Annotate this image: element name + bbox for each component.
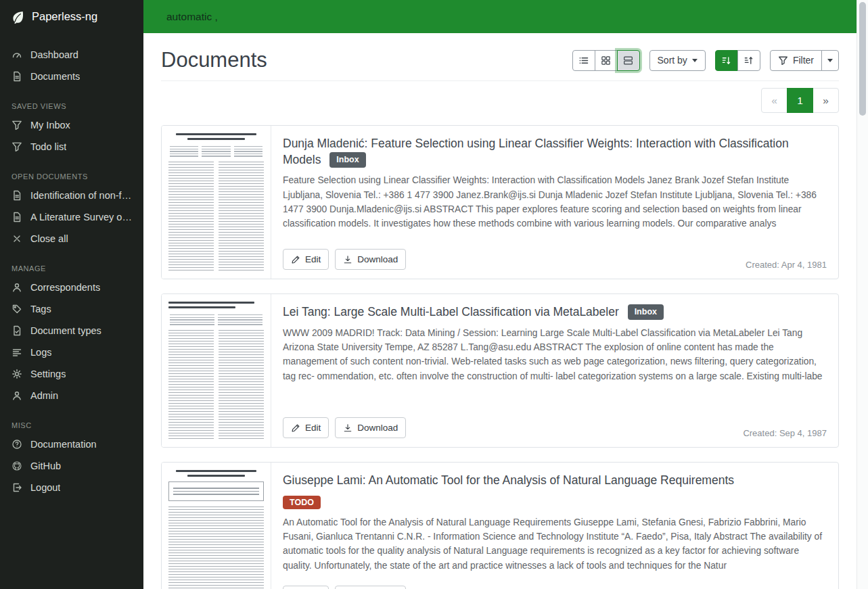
tag-badge[interactable]: TODO xyxy=(283,496,321,509)
sidebar-item-github[interactable]: GitHub xyxy=(0,455,143,477)
download-button[interactable]: Download xyxy=(335,586,406,589)
card-actions: Edit Download Created: Apr 4, 1981 xyxy=(283,249,827,270)
sidebar-item-tags[interactable]: Tags xyxy=(0,298,143,320)
filter-label: Filter xyxy=(793,55,814,66)
search-input[interactable] xyxy=(143,0,856,33)
document-title-link[interactable]: Lei Tang: Large Scale Multi-Label Classi… xyxy=(283,305,619,319)
view-details-button[interactable] xyxy=(617,50,640,71)
file-text-icon xyxy=(12,212,22,222)
sidebar-item-close-all[interactable]: Close all xyxy=(0,228,143,250)
person-icon xyxy=(12,282,22,293)
edit-button[interactable]: Edit xyxy=(283,586,329,589)
sidebar-item-label: Logout xyxy=(30,482,60,493)
document-snippet: WWW 2009 MADRID! Track: Data Mining / Se… xyxy=(283,326,827,384)
sidebar-item-correspondents[interactable]: Correspondents xyxy=(0,277,143,298)
sidebar-heading-open-documents: OPEN DOCUMENTS xyxy=(12,172,132,181)
document-title: Giuseppe Lami: An Automatic Tool for the… xyxy=(283,473,827,489)
sidebar-item-document-types[interactable]: Document types xyxy=(0,320,143,341)
sidebar-item-label: Admin xyxy=(30,390,58,401)
sidebar-item-label: Tags xyxy=(30,304,51,314)
document-card-body: Giuseppe Lami: An Automatic Tool for the… xyxy=(271,463,838,589)
brand[interactable]: Paperless-ng xyxy=(0,0,143,33)
scrollbar-thumb[interactable] xyxy=(859,2,866,116)
sidebar-item-documents[interactable]: Documents xyxy=(0,66,143,87)
funnel-icon xyxy=(12,141,22,152)
page-title: Documents xyxy=(161,48,267,72)
sidebar-item-my-inbox[interactable]: My Inbox xyxy=(0,114,143,136)
sidebar-item-open-document-2[interactable]: A Literature Survey on ... xyxy=(0,206,143,228)
sidebar-item-admin[interactable]: Admin xyxy=(0,385,143,406)
caret-down-icon xyxy=(827,59,833,62)
document-title-link[interactable]: Giuseppe Lami: An Automatic Tool for the… xyxy=(283,473,734,487)
sidebar-item-documentation[interactable]: Documentation xyxy=(0,433,143,455)
sort-by-label: Sort by xyxy=(658,55,687,66)
sort-descending-icon xyxy=(721,55,731,66)
document-card-body: Lei Tang: Large Scale Multi-Label Classi… xyxy=(271,294,838,447)
funnel-icon xyxy=(12,120,22,131)
logs-icon xyxy=(12,347,22,358)
sort-descending-button[interactable] xyxy=(715,50,738,71)
document-thumbnail[interactable] xyxy=(162,294,271,447)
document-thumbnail[interactable] xyxy=(162,463,271,589)
edit-button[interactable]: Edit xyxy=(283,417,329,438)
sort-by-dropdown[interactable]: Sort by xyxy=(649,50,706,71)
pagination-row: « 1 » xyxy=(161,88,839,113)
document-title: Lei Tang: Large Scale Multi-Label Classi… xyxy=(283,304,827,321)
sidebar-item-label: Logs xyxy=(30,347,51,358)
download-label: Download xyxy=(357,254,398,264)
page-header: Documents xyxy=(161,33,839,81)
tag-badge-row: TODO xyxy=(283,496,827,509)
scrollbar-track[interactable] xyxy=(856,0,868,589)
sidebar-item-label: My Inbox xyxy=(30,120,70,131)
view-grid-button[interactable] xyxy=(595,50,618,71)
created-date: Created: Sep 4, 1987 xyxy=(743,428,827,438)
document-title: Dunja Mladenić: Feature Selection using … xyxy=(283,136,827,168)
download-button[interactable]: Download xyxy=(335,249,406,270)
sidebar-item-label: Settings xyxy=(30,369,66,379)
pagination-page-1[interactable]: 1 xyxy=(787,88,813,113)
sidebar-item-todo-list[interactable]: Todo list xyxy=(0,136,143,158)
sidebar-item-logout[interactable]: Logout xyxy=(0,477,143,498)
pencil-icon xyxy=(291,255,300,264)
pencil-icon xyxy=(291,423,300,433)
edit-button[interactable]: Edit xyxy=(283,249,329,270)
list-view-icon xyxy=(578,55,589,66)
sort-direction-group xyxy=(715,50,760,71)
view-toggle-group xyxy=(572,50,640,71)
thumbnail-page xyxy=(162,126,271,279)
document-card: Dunja Mladenić: Feature Selection using … xyxy=(161,125,839,279)
filter-caret-button[interactable] xyxy=(821,50,839,71)
document-thumbnail[interactable] xyxy=(162,126,271,279)
filter-funnel-icon xyxy=(778,55,788,66)
close-icon xyxy=(12,233,22,244)
dashboard-icon xyxy=(12,49,22,60)
sort-ascending-button[interactable] xyxy=(737,50,760,71)
sidebar-item-label: Identification of non-fu... xyxy=(30,190,132,201)
sidebar-item-logs[interactable]: Logs xyxy=(0,341,143,363)
details-view-icon xyxy=(623,55,633,66)
view-list-button[interactable] xyxy=(572,50,595,71)
sidebar-heading-manage: MANAGE xyxy=(12,264,132,273)
github-icon xyxy=(12,461,22,471)
sidebar-item-label: Dashboard xyxy=(30,49,78,60)
download-button[interactable]: Download xyxy=(335,417,406,438)
edit-label: Edit xyxy=(305,254,321,264)
pagination-next[interactable]: » xyxy=(813,88,839,113)
top-search-bar xyxy=(143,0,856,33)
tag-badge[interactable]: Inbox xyxy=(628,304,664,320)
sidebar-item-settings[interactable]: Settings xyxy=(0,363,143,385)
filter-split-button: Filter xyxy=(770,50,839,71)
tag-badge[interactable]: Inbox xyxy=(329,152,365,168)
created-date: Created: Apr 4, 1981 xyxy=(746,260,827,270)
document-snippet: Feature Selection using Linear Classifie… xyxy=(283,173,827,231)
card-actions: Edit Download xyxy=(283,586,827,589)
brand-leaf-icon xyxy=(10,9,25,24)
grid-view-icon xyxy=(601,55,611,66)
download-icon xyxy=(343,255,352,264)
document-card: Lei Tang: Large Scale Multi-Label Classi… xyxy=(161,293,839,448)
sidebar-item-open-document-1[interactable]: Identification of non-fu... xyxy=(0,185,143,206)
gear-icon xyxy=(12,369,22,379)
filter-button[interactable]: Filter xyxy=(770,50,822,71)
pagination-prev[interactable]: « xyxy=(761,88,787,113)
sidebar-item-dashboard[interactable]: Dashboard xyxy=(0,44,143,66)
